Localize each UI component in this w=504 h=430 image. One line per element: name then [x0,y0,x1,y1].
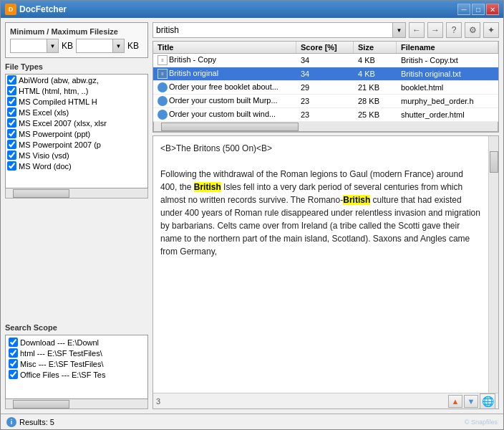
file-types-hscroll[interactable] [5,188,148,199]
maximize-button[interactable]: □ [472,4,485,15]
window-controls: ─ □ ✕ [457,4,499,15]
preview-area: <B>The Britons (500 On)<B> Following the… [152,135,499,409]
ms-excel-2007-label: MS Excel 2007 (xlsx, xlsr [19,119,107,128]
max-filesize-input[interactable]: ▼ [76,39,125,53]
title-bar-left: D DocFetcher [5,4,67,15]
max-size-field[interactable] [77,39,112,52]
list-item[interactable]: MS Excel 2007 (xlsx, xlsr [6,118,147,128]
ms-ppt-label: MS Powerpoint (ppt) [19,130,90,138]
help-button[interactable]: ? [446,22,462,38]
search-input-container[interactable]: ▼ [152,22,406,38]
forward-button[interactable]: → [427,22,443,38]
abiword-checkbox[interactable] [7,75,16,85]
min-size-field[interactable] [11,39,47,52]
results-count: Results: 5 [19,418,54,426]
file-types-list[interactable]: AbiWord (abw, abw.gz, HTML (html, htm, .… [5,74,148,188]
list-item[interactable]: MS Powerpoint (ppt) [6,128,147,139]
table-header: Title Score [%] Size Filename [153,42,498,54]
ms-visio-checkbox[interactable] [7,150,16,160]
list-item[interactable]: Download --- E:\Downl [7,337,146,348]
html-scope-checkbox[interactable] [9,348,18,358]
left-panel: Minimum / Maximum Filesize ▼ KB ▼ KB F [5,22,148,409]
list-item[interactable]: MS Word (doc) [6,161,147,171]
window-title: DocFetcher [19,4,67,14]
table-row[interactable]: ≡British original 34 4 KB British origin… [153,67,498,81]
main-window: D DocFetcher ─ □ ✕ Minimum / Maximum Fil… [0,0,504,430]
hscroll-thumb[interactable] [13,189,69,198]
search-dropdown-button[interactable]: ▼ [392,23,405,37]
list-item[interactable]: AbiWord (abw, abw.gz, [6,75,147,85]
preferences-button[interactable]: ✦ [483,22,499,38]
list-item[interactable]: html --- E:\SF TestFiles\ [7,348,146,358]
txt-file-icon: ≡ [158,69,168,79]
close-button[interactable]: ✕ [486,4,499,15]
preview-scrollbar[interactable] [488,136,498,393]
table-row[interactable]: Order your free booklet about... 29 21 K… [153,81,498,95]
table-row[interactable]: ≡British - Copy 34 4 KB British - Copy.t… [153,54,498,67]
size-cell: 4 KB [354,55,397,65]
search-bar: ▼ ← → ? ⚙ ✦ [152,22,499,38]
info-icon: i [6,417,16,427]
search-scope-hscroll[interactable] [5,399,148,409]
scope-hscroll-thumb[interactable] [13,400,69,408]
ms-ppt-2007-checkbox[interactable] [7,140,16,149]
ms-compiled-html-label: MS Compiled HTML H [19,97,97,106]
watermark: © Snapfiles [465,419,498,426]
preview-heading: <B>The Britons (500 On)<B> [160,142,481,155]
title-cell: ≡British original [153,68,296,80]
list-item[interactable]: MS Visio (vsd) [6,150,147,161]
ms-ppt-checkbox[interactable] [7,129,16,138]
ms-compiled-html-checkbox[interactable] [7,97,16,106]
scrollbar-thumb[interactable] [490,151,498,173]
search-scope-list[interactable]: Download --- E:\Downl html --- E:\SF Tes… [5,335,148,399]
list-item[interactable]: MS Excel (xls) [6,107,147,118]
abiword-label: AbiWord (abw, abw.gz, [19,76,99,85]
title-cell: Order your free booklet about... [153,82,296,93]
web-file-icon [158,82,168,92]
list-item[interactable]: HTML (html, htm, ..) [6,85,147,96]
list-item[interactable]: MS Compiled HTML H [6,96,147,107]
max-unit-label: KB [127,41,139,51]
misc-scope-checkbox[interactable] [9,359,18,368]
table-row[interactable]: Order your custom built wind... 23 25 KB… [153,108,498,122]
search-scope-section: Search Scope Download --- E:\Downl html … [5,323,148,409]
ms-ppt-2007-label: MS Powerpoint 2007 (p [19,140,101,149]
table-row[interactable]: Order your custom built Murp... 23 28 KB… [153,95,498,108]
prev-match-button[interactable]: ▲ [448,395,462,408]
max-unit-dropdown[interactable]: ▼ [112,39,124,52]
score-cell: 34 [296,55,354,65]
next-match-button[interactable]: ▼ [464,395,478,408]
filesize-row: ▼ KB ▼ KB [10,39,143,53]
title-cell: ≡British - Copy [153,54,296,66]
min-filesize-input[interactable]: ▼ [10,39,59,53]
size-cell: 28 KB [354,96,397,106]
filename-cell: murphy_bed_order.h [397,96,498,106]
ms-excel-2007-checkbox[interactable] [7,118,16,128]
list-item[interactable]: MS Powerpoint 2007 (p [6,139,147,150]
office-scope-label: Office Files --- E:\SF Tes [20,371,105,379]
ms-excel-checkbox[interactable] [7,108,16,117]
min-unit-dropdown[interactable]: ▼ [47,39,58,52]
list-item[interactable]: Office Files --- E:\SF Tes [7,369,146,380]
search-input[interactable] [153,25,392,35]
html-label: HTML (html, htm, ..) [19,87,88,95]
back-button[interactable]: ← [409,22,425,38]
list-item[interactable]: Misc --- E:\SF TestFiles\ [7,358,146,369]
filename-cell: British original.txt [397,69,498,79]
html-checkbox[interactable] [7,86,16,95]
right-panel: ▼ ← → ? ⚙ ✦ Title Score [%] Size Filenam… [152,22,499,409]
settings-button[interactable]: ⚙ [465,22,480,38]
min-unit-label: KB [62,41,73,51]
download-scope-checkbox[interactable] [9,338,18,347]
british-highlight-1: British [194,182,221,192]
results-hscroll[interactable] [153,122,498,132]
ms-word-checkbox[interactable] [7,161,16,171]
results-hscroll-thumb[interactable] [161,123,299,131]
minimize-button[interactable]: ─ [457,4,470,15]
file-types-title: File Types [5,62,148,71]
nav-controls: ▲ ▼ 🌐 [448,393,495,409]
preview-content[interactable]: <B>The Britons (500 On)<B> Following the… [153,136,488,393]
office-scope-checkbox[interactable] [9,370,18,379]
preview-inner: <B>The Britons (500 On)<B> Following the… [153,136,498,393]
open-browser-button[interactable]: 🌐 [480,393,495,409]
